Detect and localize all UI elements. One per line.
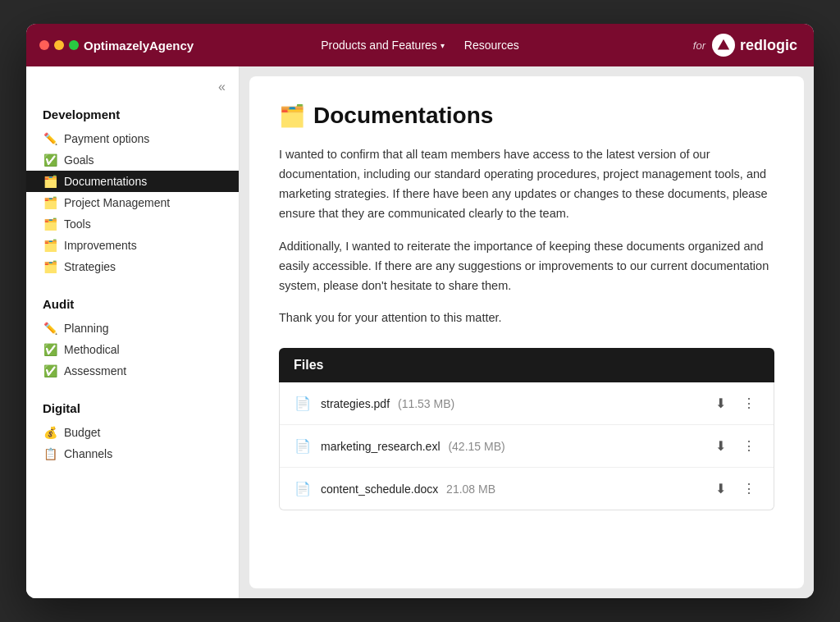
file-size-3: 21.08 MB — [446, 483, 495, 496]
navbar: OptimazelyAgency Products and Features ▾… — [26, 24, 814, 66]
file-item-3: 📄 content_schedule.docx 21.08 MB ⬇ ⋮ — [280, 468, 774, 510]
main-area: « Development ✏️ Payment options ✅ Goals… — [26, 66, 814, 598]
close-button[interactable] — [39, 40, 49, 50]
content-paragraph-3: Thank you for your attention to this mat… — [279, 309, 774, 328]
check-icon-2: ✅ — [43, 343, 57, 356]
folder-icon-5: 🗂️ — [43, 260, 57, 273]
sidebar-item-assessment[interactable]: ✅ Assessment — [26, 360, 239, 382]
pencil-icon: ✏️ — [43, 132, 57, 145]
sidebar-section-title-digital: Digital — [26, 398, 239, 422]
file-name-1: strategies.pdf (11.53 MB) — [321, 397, 702, 410]
file-size-1: (11.53 MB) — [398, 397, 454, 410]
sidebar-item-methodical[interactable]: ✅ Methodical — [26, 339, 239, 360]
sidebar-item-strategies[interactable]: 🗂️ Strategies — [26, 256, 239, 277]
sidebar-section-digital: Digital 💰 Budget 📋 Channels — [26, 398, 239, 464]
money-icon: 💰 — [43, 426, 57, 439]
download-button-2[interactable]: ⬇ — [712, 437, 729, 455]
sidebar: « Development ✏️ Payment options ✅ Goals… — [26, 66, 240, 598]
sidebar-item-budget[interactable]: 💰 Budget — [26, 422, 239, 443]
file-icon-2: 📄 — [294, 438, 311, 454]
sidebar-collapse-button[interactable]: « — [26, 80, 239, 104]
redlogic-icon — [712, 34, 735, 57]
file-name-2: marketing_research.exl (42.15 MB) — [321, 440, 702, 453]
sidebar-item-tools[interactable]: 🗂️ Tools — [26, 213, 239, 235]
content-area: 🗂️ Documentations I wanted to confirm th… — [249, 76, 804, 588]
file-actions-2: ⬇ ⋮ — [712, 437, 759, 455]
file-actions-1: ⬇ ⋮ — [712, 394, 759, 413]
file-icon-1: 📄 — [294, 396, 311, 411]
files-section: Files 📄 strategies.pdf (11.53 MB) ⬇ ⋮ — [279, 348, 774, 510]
check-icon-3: ✅ — [43, 364, 57, 377]
files-header: Files — [279, 348, 774, 382]
sidebar-section-title-development: Development — [26, 104, 239, 128]
for-label: for — [693, 39, 705, 52]
sidebar-section-title-audit: Audit — [26, 294, 239, 318]
folder-icon: 🗂️ — [43, 175, 57, 188]
sidebar-section-development: Development ✏️ Payment options ✅ Goals 🗂… — [26, 104, 239, 277]
download-button-1[interactable]: ⬇ — [712, 394, 729, 413]
redlogic-text: redlogic — [740, 37, 797, 54]
nav-center: Products and Features ▾ Resources — [321, 39, 519, 52]
page-title: 🗂️ Documentations — [279, 103, 774, 129]
nav-brand[interactable]: OptimazelyAgency — [84, 39, 194, 53]
files-list: 📄 strategies.pdf (11.53 MB) ⬇ ⋮ 📄 — [279, 382, 774, 510]
nav-resources[interactable]: Resources — [464, 39, 519, 52]
page-title-icon: 🗂️ — [279, 103, 305, 129]
file-actions-3: ⬇ ⋮ — [712, 479, 759, 498]
content-paragraph-1: I wanted to confirm that all team member… — [279, 145, 774, 224]
more-options-button-3[interactable]: ⋮ — [739, 479, 759, 498]
nav-right: for redlogic — [693, 34, 797, 57]
folder-icon-3: 🗂️ — [43, 217, 57, 231]
minimize-button[interactable] — [54, 40, 64, 50]
svg-marker-0 — [718, 39, 729, 50]
file-name-3: content_schedule.docx 21.08 MB — [321, 483, 702, 496]
chevron-down-icon: ▾ — [441, 41, 445, 50]
maximize-button[interactable] — [69, 40, 79, 50]
content-paragraph-2: Additionally, I wanted to reiterate the … — [279, 237, 774, 296]
file-icon-3: 📄 — [294, 481, 311, 496]
check-icon: ✅ — [43, 153, 57, 167]
more-options-button-2[interactable]: ⋮ — [739, 437, 759, 455]
clipboard-icon: 📋 — [43, 447, 57, 460]
sidebar-item-project-management[interactable]: 🗂️ Project Management — [26, 192, 239, 213]
file-item-1: 📄 strategies.pdf (11.53 MB) ⬇ ⋮ — [280, 382, 774, 425]
folder-icon-4: 🗂️ — [43, 239, 57, 252]
app-window: OptimazelyAgency Products and Features ▾… — [26, 24, 814, 598]
more-options-button-1[interactable]: ⋮ — [739, 394, 759, 413]
folder-icon-2: 🗂️ — [43, 196, 57, 209]
redlogic-logo: redlogic — [712, 34, 797, 57]
file-size-2: (42.15 MB) — [448, 440, 504, 453]
pencil-icon-2: ✏️ — [43, 322, 57, 335]
nav-products-features[interactable]: Products and Features ▾ — [321, 39, 445, 52]
sidebar-item-improvements[interactable]: 🗂️ Improvements — [26, 235, 239, 256]
sidebar-item-documentations[interactable]: 🗂️ Documentations — [26, 171, 239, 192]
sidebar-item-planning[interactable]: ✏️ Planning — [26, 318, 239, 339]
download-button-3[interactable]: ⬇ — [712, 479, 729, 498]
sidebar-item-channels[interactable]: 📋 Channels — [26, 443, 239, 464]
traffic-lights — [39, 40, 79, 50]
sidebar-item-goals[interactable]: ✅ Goals — [26, 149, 239, 171]
file-item-2: 📄 marketing_research.exl (42.15 MB) ⬇ ⋮ — [280, 425, 774, 468]
sidebar-item-payment-options[interactable]: ✏️ Payment options — [26, 128, 239, 149]
sidebar-section-audit: Audit ✏️ Planning ✅ Methodical ✅ Assessm… — [26, 294, 239, 382]
